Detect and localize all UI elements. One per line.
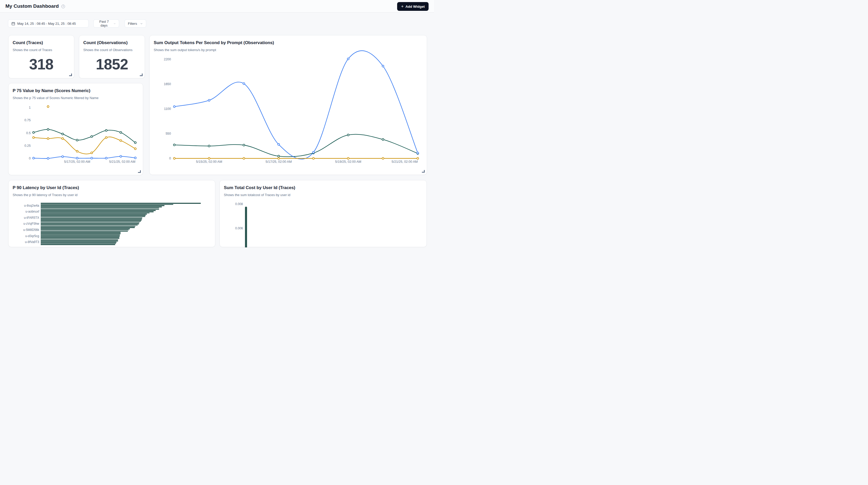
x-axis-tick: 5/21/25, 02:00 AM — [109, 160, 135, 163]
data-point-marker — [105, 137, 107, 139]
data-point-marker — [120, 131, 122, 133]
data-point-marker — [91, 136, 93, 138]
count-value: 318 — [8, 56, 74, 73]
user-id-label: u-zVqP3hw — [11, 222, 39, 225]
y-axis-tick: 0 — [169, 157, 171, 160]
count-value: 1852 — [79, 56, 145, 73]
data-point-marker — [278, 157, 280, 159]
bar-chart-total-cost: 0.0080.006 — [220, 180, 427, 243]
date-range-button[interactable]: May 14, 25 : 08:45 - May 21, 25 : 08:45 — [8, 19, 89, 28]
data-point-marker — [173, 106, 175, 108]
resize-handle[interactable] — [69, 73, 72, 76]
user-id-label: u-5M8D56k — [11, 228, 39, 232]
latency-bar — [41, 226, 135, 227]
data-point-marker — [47, 157, 49, 159]
latency-bar — [41, 209, 159, 210]
latency-bar — [41, 208, 159, 209]
y-axis-tick: 550 — [165, 132, 171, 135]
data-point-marker — [347, 58, 349, 60]
latency-bar — [41, 237, 119, 238]
data-point-marker — [76, 139, 78, 141]
data-point-marker — [120, 140, 122, 141]
y-axis-tick: 0.006 — [231, 226, 243, 230]
page-title: My Custom Dashboard — [5, 3, 59, 9]
chart-svg: 22001650110055005/15/25, 02:00 AM5/17/25… — [150, 35, 427, 175]
latency-bar — [41, 213, 150, 214]
y-axis-tick: 2200 — [164, 58, 171, 61]
data-point-marker — [208, 99, 210, 101]
latency-bar — [41, 236, 120, 237]
timeframe-label: Past 7 days — [97, 20, 112, 27]
latency-bar — [41, 235, 120, 236]
resize-handle[interactable] — [422, 170, 425, 173]
data-point-marker — [417, 152, 418, 154]
data-point-marker — [417, 157, 418, 159]
latency-bar — [41, 227, 135, 228]
x-axis-tick: 5/17/25, 02:00 AM — [266, 160, 292, 163]
widget-card-total-cost: Sum Total Cost by User Id (Traces) Shows… — [219, 180, 427, 243]
data-point-marker — [32, 137, 34, 139]
add-widget-button[interactable]: + Add Widget — [397, 2, 429, 11]
app-header: My Custom Dashboard i + Add Widget — [0, 0, 434, 13]
data-point-marker — [243, 144, 245, 146]
data-point-marker — [382, 157, 384, 159]
widget-card-tokens-per-second: Sum Output Tokens Per Second by Prompt (… — [149, 35, 427, 175]
resize-handle[interactable] — [138, 170, 141, 173]
filters-dropdown[interactable]: Filters — [125, 19, 146, 28]
x-axis-tick: 5/19/25, 02:00 AM — [335, 160, 361, 163]
latency-bar — [41, 233, 121, 234]
widget-card-p90-latency: P 90 Latency by User Id (Traces) Shows t… — [8, 180, 215, 243]
user-id-label: u-8fVa9T3 — [11, 240, 39, 243]
latency-bar — [41, 204, 173, 205]
data-point-marker — [32, 157, 34, 159]
latency-bar — [41, 205, 164, 206]
timeframe-dropdown[interactable]: Past 7 days — [93, 19, 119, 28]
data-point-marker — [278, 155, 280, 157]
latency-bar — [41, 203, 201, 204]
calendar-icon — [11, 22, 15, 26]
latency-bar — [41, 240, 118, 241]
latency-bar — [41, 211, 154, 212]
latency-bar — [41, 210, 156, 211]
y-axis-tick: 0.75 — [25, 118, 31, 122]
data-point-marker — [208, 157, 210, 159]
latency-bar — [41, 225, 138, 226]
line-series-blue — [174, 51, 418, 159]
data-point-marker — [208, 145, 210, 147]
latency-bar — [41, 216, 145, 217]
latency-bar — [41, 218, 142, 219]
data-point-marker — [47, 105, 49, 107]
chevron-down-icon — [140, 22, 143, 25]
data-point-marker — [76, 157, 78, 159]
data-point-marker — [134, 142, 136, 144]
latency-bar — [41, 228, 130, 229]
user-id-label: u-aobnuxf — [11, 210, 39, 213]
line-chart-p75: 10.750.50.2505/17/25, 02:00 AM5/21/25, 0… — [8, 83, 143, 175]
chart-svg: 10.750.50.2505/17/25, 02:00 AM5/21/25, 0… — [8, 83, 144, 175]
latency-bar — [41, 217, 142, 218]
latency-bar — [41, 214, 147, 215]
widget-title: Count (Observations) — [83, 40, 141, 46]
y-axis-tick: 0 — [29, 157, 31, 160]
info-icon[interactable]: i — [61, 5, 65, 8]
latency-bar — [41, 239, 118, 240]
line-chart-tokens: 22001650110055005/15/25, 02:00 AM5/17/25… — [150, 35, 427, 175]
data-point-marker — [32, 131, 34, 133]
data-point-marker — [47, 138, 49, 140]
latency-bar — [41, 232, 121, 233]
x-axis-tick: 5/17/25, 02:00 AM — [64, 160, 90, 163]
plus-icon: + — [401, 4, 404, 8]
resize-handle[interactable] — [140, 73, 143, 76]
data-point-marker — [278, 144, 280, 145]
data-point-marker — [173, 157, 175, 159]
data-point-marker — [243, 83, 245, 85]
data-point-marker — [134, 157, 136, 159]
latency-bar — [41, 242, 117, 243]
x-axis-tick: 5/15/25, 02:00 AM — [196, 160, 222, 163]
latency-bar — [41, 222, 140, 223]
latency-bar — [41, 238, 119, 239]
data-point-marker — [313, 151, 314, 153]
data-point-marker — [382, 139, 384, 140]
y-axis-tick: 0.25 — [25, 144, 31, 148]
data-point-marker — [105, 129, 107, 131]
